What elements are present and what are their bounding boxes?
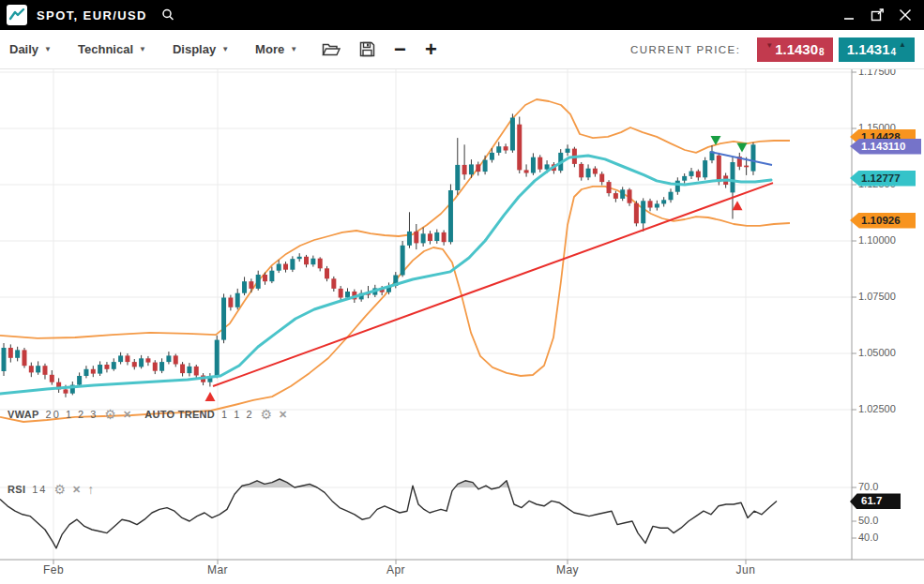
- chevron-down-icon: ▼: [139, 45, 146, 53]
- gear-icon[interactable]: ⚙: [54, 482, 67, 497]
- menu-display[interactable]: Display▼: [173, 42, 229, 56]
- close-icon[interactable]: ✕: [123, 409, 131, 421]
- rsi-axis-label: 70.0: [858, 481, 878, 492]
- up-arrow-icon: ▲: [899, 40, 906, 49]
- rsi-indicator-label: RSI14⚙✕↑: [8, 482, 94, 497]
- open-folder-icon[interactable]: [322, 41, 341, 57]
- indicator-params: 1 1 2: [221, 409, 253, 420]
- bid-subdigit: 8: [819, 47, 825, 57]
- price-axis-label: 1.07500: [858, 291, 896, 302]
- minimize-button[interactable]: [841, 7, 856, 22]
- rsi-value-badge: 61.7: [850, 493, 901, 509]
- chart-overlays: 1.175001.150001.125001.100001.075001.050…: [0, 0, 924, 584]
- arrow-up-icon[interactable]: ↑: [87, 482, 94, 497]
- title-bar: SPOT, EUR/USD: [0, 0, 924, 30]
- lower-band-badge: 1.10926: [850, 213, 916, 229]
- price-axis-label: 1.10000: [858, 234, 896, 246]
- price-axis-label: 1.05000: [858, 347, 896, 358]
- indicator-name: VWAP: [8, 409, 39, 420]
- down-arrow-icon: ▼: [765, 41, 773, 50]
- month-label: Apr: [375, 563, 417, 577]
- chevron-down-icon: ▼: [44, 45, 52, 53]
- chevron-down-icon: ▼: [221, 45, 229, 53]
- indicator-chip-vwap: VWAP20 1 2 3⚙✕: [8, 407, 131, 422]
- zoom-out-button[interactable]: −: [394, 40, 406, 59]
- indicator-name: AUTO TREND: [144, 409, 215, 420]
- indicator-params: 14: [32, 484, 47, 495]
- ask-subdigit: 4: [891, 47, 897, 57]
- ask-value: 1.1431: [847, 41, 890, 57]
- close-button[interactable]: [898, 7, 913, 22]
- chevron-down-icon: ▼: [290, 45, 297, 53]
- main-indicator-labels: VWAP20 1 2 3⚙✕AUTO TREND1 1 2⚙✕: [8, 407, 287, 422]
- price-axis-label: 1.02500: [858, 403, 896, 414]
- close-icon[interactable]: ✕: [72, 484, 81, 496]
- restore-button[interactable]: [870, 7, 885, 22]
- month-label: Feb: [33, 563, 74, 577]
- gear-icon[interactable]: ⚙: [104, 407, 116, 422]
- bid-price-badge: ▼1.14308: [757, 37, 832, 62]
- save-icon[interactable]: [359, 41, 375, 57]
- rsi-axis-label: 50.0: [858, 515, 878, 526]
- toolbar: Daily▼Technical▼Display▼More▼ − + CURREN…: [0, 30, 924, 69]
- close-icon[interactable]: ✕: [279, 409, 287, 421]
- rsi-axis-label: 40.0: [858, 532, 878, 543]
- indicator-chip-rsi: RSI14⚙✕↑: [8, 482, 94, 497]
- month-label: May: [547, 563, 588, 577]
- indicator-name: RSI: [8, 484, 25, 495]
- zoom-in-button[interactable]: +: [425, 40, 437, 59]
- app-logo-icon: [7, 5, 27, 25]
- indicator-chip-auto-trend: AUTO TREND1 1 2⚙✕: [144, 407, 287, 422]
- window-title: SPOT, EUR/USD: [37, 8, 147, 22]
- gear-icon[interactable]: ⚙: [261, 407, 273, 422]
- current-price-label: CURRENT PRICE:: [630, 44, 740, 55]
- bid-value: 1.1430: [775, 41, 818, 57]
- ask-price-badge: 1.14314▲: [839, 37, 915, 62]
- last-price-badge: 1.143110: [850, 139, 921, 155]
- indicator-params: 20 1 2 3: [46, 409, 98, 420]
- menu-more[interactable]: More▼: [255, 42, 297, 56]
- menu-daily[interactable]: Daily▼: [9, 42, 52, 56]
- menu-technical[interactable]: Technical▼: [78, 42, 146, 56]
- month-label: Jun: [725, 563, 766, 577]
- month-label: Mar: [197, 563, 238, 577]
- vwap-value-badge: 1.12777: [850, 171, 916, 187]
- search-icon[interactable]: [160, 7, 175, 22]
- menu-bar: Daily▼Technical▼Display▼More▼: [9, 42, 297, 56]
